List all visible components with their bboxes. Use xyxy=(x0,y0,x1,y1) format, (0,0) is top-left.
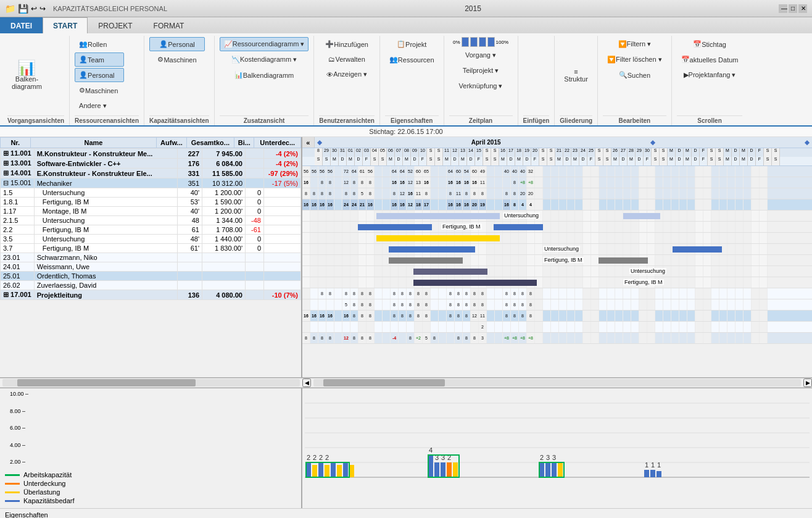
expand-icon[interactable]: ⊞ xyxy=(3,169,9,177)
table-row[interactable]: ⊟ 15.001 Mechaniker 351 10 312.00 -17 (5… xyxy=(1,178,301,188)
cell-name: Projektleitung xyxy=(34,290,177,300)
group-label-kapazitaetsansichten: Kapazitätsansichten xyxy=(149,115,209,124)
zoom-seg-1[interactable] xyxy=(462,37,469,47)
table-row[interactable]: 24.01 Weissmann, Uwe xyxy=(1,262,301,272)
balkendiagramm-button[interactable]: 📊 Balken-diagramm xyxy=(7,56,46,95)
gantt-cell xyxy=(679,311,687,322)
stichtag-button[interactable]: 📅 Stichtag xyxy=(689,37,731,51)
right-scroll-track[interactable] xyxy=(313,379,801,386)
gantt-cell-task xyxy=(471,222,479,233)
left-scroll-thumb[interactable] xyxy=(17,379,196,386)
hscrollbar[interactable]: ◀ ▶ xyxy=(0,378,812,388)
balkendiagramm-zusatz-button[interactable]: 📊 Balkendiagramm xyxy=(230,68,299,82)
tab-projekt[interactable]: PROJEKT xyxy=(88,17,143,33)
gantt-cell xyxy=(727,333,735,344)
gantt-cell-task xyxy=(711,277,719,288)
kostendiagramm-button[interactable]: 📉 Kostendiagramm ▾ xyxy=(227,52,301,67)
expand-icon[interactable]: ⊞ xyxy=(3,291,9,298)
table-row[interactable]: 25.01 Ordentlich, Thomas xyxy=(1,272,301,281)
gantt-cell xyxy=(391,322,399,333)
table-row[interactable]: 3.7 Fertigung, IB M 61' 1 830.00' 0 xyxy=(1,244,301,253)
cell-name: Mechaniker xyxy=(34,178,177,188)
table-row[interactable]: 1.8.1 Fertigung, IB M 53' 1 590.00' 0 xyxy=(1,198,301,207)
filtern-button[interactable]: 🔽 Filtern ▾ xyxy=(614,37,656,51)
ressourcendiagramm-button[interactable]: 📈 Ressourcendiagramm ▾ xyxy=(220,37,309,51)
tab-datei[interactable]: DATEI xyxy=(0,17,43,33)
andere-button[interactable]: Andere ▾ xyxy=(75,99,124,113)
gantt-cell xyxy=(487,322,495,333)
projekt-button[interactable]: 📋 Projekt xyxy=(392,37,431,51)
maschinen-button[interactable]: ⚙ Maschinen xyxy=(75,83,124,98)
gantt-body-row: Untersuchung xyxy=(302,211,812,222)
bar-mid-3 xyxy=(441,462,445,477)
table-row[interactable]: ⊞ 13.001 Software-Entwickler - C++ 176 6… xyxy=(1,159,301,169)
table-row[interactable]: 2.2 Fertigung, IB M 61 1 708.00 -61 xyxy=(1,225,301,235)
left-table-scroll[interactable]: ⊞ 11.001 M.Konstrukteur - Konstrukteur M… xyxy=(0,148,301,377)
expand-icon[interactable]: ⊞ xyxy=(3,159,9,167)
table-row[interactable]: 23.01 Schwarzmann, Niko xyxy=(1,253,301,262)
table-row[interactable]: ⊞ 14.001 E.Konstrukteur - Konstrukteur E… xyxy=(1,169,301,178)
table-row[interactable]: 1.17 Montage, IB M 40' 1 200.00' 0 xyxy=(1,207,301,216)
verwalten-button[interactable]: 🗂 Verwalten xyxy=(324,52,369,66)
window-controls[interactable]: — □ ✕ xyxy=(779,4,807,13)
gantt-cell xyxy=(535,199,543,211)
gantt-cell-task xyxy=(735,211,744,222)
minimize-button[interactable]: — xyxy=(779,4,787,13)
group-kapazitaetsansichten: 👤 Personal ⚙ Maschinen Kapazitätsansicht… xyxy=(144,36,215,125)
suchen-button[interactable]: 🔍 Suchen xyxy=(615,68,655,82)
vorgang-button[interactable]: Vorgang ▾ xyxy=(461,48,500,62)
personal-button-res[interactable]: 👤 Personal xyxy=(75,68,124,82)
scroll-left-btn[interactable]: ◀ xyxy=(302,378,311,387)
tab-format[interactable]: FORMAT xyxy=(143,17,195,33)
verknuepfung-button[interactable]: Verknüpfung ▾ xyxy=(455,79,507,93)
expand-icon[interactable]: ⊞ xyxy=(3,149,9,157)
table-row[interactable]: 26.02 Zuverlaessig, David xyxy=(1,281,301,290)
bar-fr-1 xyxy=(644,470,649,477)
teilprojekt-button[interactable]: Teilprojekt ▾ xyxy=(458,64,503,78)
cell-aufwand: 176 xyxy=(178,159,202,169)
tab-start[interactable]: START xyxy=(43,17,88,33)
gantt-cell-task xyxy=(535,211,543,222)
zoom-seg-3[interactable] xyxy=(479,37,486,47)
personal-button-kap[interactable]: 👤 Personal xyxy=(149,37,205,51)
gantt-nav-left[interactable]: « xyxy=(302,137,315,148)
hinzufuegen-button[interactable]: ➕ Hinzufügen xyxy=(321,37,373,51)
undo-icon[interactable]: ↩ xyxy=(31,4,37,13)
gantt-body[interactable]: 5656565672646156646452606564605460494040… xyxy=(302,166,812,377)
ressourcen-button[interactable]: 👥 Ressourcen xyxy=(385,52,439,67)
gantt-cell xyxy=(744,311,752,322)
table-row[interactable]: 2.1.5 Untersuchung 48 1 344.00 -48 xyxy=(1,216,301,225)
zoom-seg-2[interactable] xyxy=(470,37,478,47)
gantt-cell xyxy=(615,166,623,177)
maschinen-icon: ⚙ xyxy=(79,86,85,94)
close-button[interactable]: ✕ xyxy=(798,4,807,13)
table-row[interactable]: ⊞ 11.001 M.Konstrukteur - Konstrukteur M… xyxy=(1,149,301,159)
table-row[interactable]: 3.5 Untersuchung 48' 1 440.00' 0 xyxy=(1,235,301,244)
anzeigen-button[interactable]: 👁 Anzeigen ▾ xyxy=(322,67,371,81)
right-scrollbar[interactable]: ◀ ▶ xyxy=(302,378,812,387)
projektanfang-button[interactable]: ▶ Projektanfang ▾ xyxy=(679,68,740,82)
table-row[interactable]: ⊞ 17.001 Projektleitung 136 4 080.00 -10… xyxy=(1,290,301,300)
aktuelles-datum-button[interactable]: 📅 aktuelles Datum xyxy=(677,52,743,67)
redo-icon[interactable]: ↪ xyxy=(39,4,46,13)
ressourcendiagramm-label: Ressourcendiagramm ▾ xyxy=(233,40,305,48)
maschinen-kap-button[interactable]: ⚙ Maschinen xyxy=(149,52,205,67)
left-scroll-track[interactable] xyxy=(2,379,300,386)
group-label-benutzersichten: Benutzeransichten xyxy=(319,115,374,124)
gantt-cell-task xyxy=(599,222,607,233)
table-row[interactable]: 1.5 Untersuchung 40' 1 200.00' 0 xyxy=(1,188,301,198)
maximize-button[interactable]: □ xyxy=(789,4,797,13)
gantt-cell: +8 xyxy=(503,333,511,344)
gantt-cell-task xyxy=(735,233,744,244)
gantt-cell-task xyxy=(511,211,519,222)
expand-icon[interactable]: ⊟ xyxy=(3,179,9,186)
rollen-button[interactable]: 👥 Rollen xyxy=(75,37,124,51)
team-button[interactable]: 👤 Team xyxy=(75,52,124,67)
right-scroll-thumb[interactable] xyxy=(323,379,445,386)
scroll-right-btn[interactable]: ▶ xyxy=(803,378,812,387)
struktur-button[interactable]: ≡ Struktur xyxy=(560,65,592,86)
zoom-seg-4[interactable] xyxy=(487,37,495,47)
dow-cell: F xyxy=(587,157,595,165)
filter-loeschen-button[interactable]: 🔽 Filter löschen ▾ xyxy=(603,52,666,67)
left-scrollbar[interactable] xyxy=(0,379,302,386)
